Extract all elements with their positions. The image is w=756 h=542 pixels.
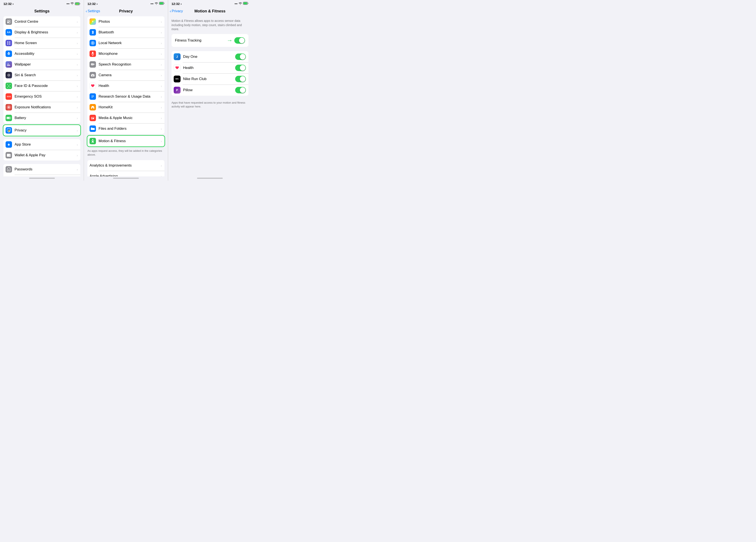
settings-item-app-store[interactable]: App Store › xyxy=(3,139,80,150)
privacy-item-motion[interactable]: Motion & Fitness › xyxy=(87,136,164,147)
nav-bar-left: Settings xyxy=(0,7,84,16)
nike-toggle[interactable] xyxy=(235,76,246,82)
emergency-icon: SOS xyxy=(6,93,12,100)
chevron-icon: › xyxy=(77,143,78,147)
settings-item-siri[interactable]: Siri & Search › xyxy=(3,70,80,81)
photos-label: Photos xyxy=(99,19,161,24)
local-network-icon xyxy=(90,40,96,46)
chevron-icon: › xyxy=(77,154,78,157)
speech-label: Speech Recognition xyxy=(99,62,161,67)
svg-rect-20 xyxy=(7,87,8,88)
settings-item-wallet[interactable]: Wallet & Apple Pay › xyxy=(3,150,80,161)
day-one-toggle[interactable] xyxy=(235,54,246,60)
wallpaper-label: Wallpaper xyxy=(15,62,77,67)
privacy-item-camera[interactable]: Camera › xyxy=(87,70,164,81)
svg-rect-8 xyxy=(7,42,8,43)
settings-item-exposure[interactable]: Exposure Notifications › xyxy=(3,102,80,113)
settings-item-passwords[interactable]: Passwords › xyxy=(3,164,80,175)
app-item-pillow[interactable]: P Pillow xyxy=(172,85,248,96)
wifi-icon-mid xyxy=(155,2,158,5)
chevron-icon: › xyxy=(77,73,78,77)
chevron-icon: › xyxy=(161,73,162,77)
app-item-nike[interactable]: NRC Nike Run Club xyxy=(172,73,248,85)
siri-icon xyxy=(6,72,12,78)
page-title-privacy: Privacy xyxy=(119,9,133,13)
chevron-icon: › xyxy=(77,52,78,56)
chevron-icon: › xyxy=(161,164,162,167)
media-label: Media & Apple Music xyxy=(99,116,161,120)
settings-item-battery[interactable]: Battery › xyxy=(3,113,80,123)
app-item-health[interactable]: Health xyxy=(172,62,248,73)
signal-icon-mid: ▪▪▪ xyxy=(151,2,154,5)
privacy-item-photos[interactable]: Photos › xyxy=(87,16,164,27)
privacy-item-files[interactable]: Files and Folders › xyxy=(87,123,164,134)
health-app-icon xyxy=(174,64,181,71)
svg-point-51 xyxy=(93,75,93,76)
svg-point-4 xyxy=(7,20,9,22)
settings-item-wallpaper[interactable]: Wallpaper › xyxy=(3,59,80,70)
chevron-icon: › xyxy=(161,63,162,66)
chevron-icon: › xyxy=(161,95,162,99)
back-button-settings[interactable]: ‹ Settings xyxy=(86,9,100,13)
app-item-day-one[interactable]: J Day One xyxy=(172,51,248,62)
homekit-label: HomeKit xyxy=(99,105,161,109)
status-bar-right: 12:32 › ▪▪▪ xyxy=(168,0,252,7)
settings-item-home-screen[interactable]: Home Screen › xyxy=(3,38,80,48)
privacy-item-analytics[interactable]: Analytics & Improvements › xyxy=(87,160,164,171)
back-label-privacy: Privacy xyxy=(172,9,183,13)
nav-bar-right: ‹ Privacy Motion & Fitness xyxy=(168,7,252,16)
settings-item-privacy[interactable]: ✋ Privacy › xyxy=(3,125,80,136)
svg-rect-19 xyxy=(10,84,10,85)
svg-point-35 xyxy=(8,170,9,170)
privacy-item-microphone[interactable]: Microphone › xyxy=(87,48,164,59)
face-id-label: Face ID & Passcode xyxy=(15,84,77,88)
svg-point-5 xyxy=(9,20,10,22)
motion-footer-note: Apps that have requested access to your … xyxy=(168,99,252,112)
privacy-item-local-network[interactable]: Local Network › xyxy=(87,38,164,48)
svg-text:✋: ✋ xyxy=(8,129,11,132)
settings-list-bottom: App Store › Wallet & Apple Pay › xyxy=(3,139,80,161)
privacy-scroll[interactable]: Photos › Bluetooth › xyxy=(84,16,168,176)
home-screen-label: Home Screen xyxy=(15,41,77,45)
settings-item-mail[interactable]: Mail › xyxy=(3,175,80,176)
settings-item-display[interactable]: AA Display & Brightness › xyxy=(3,27,80,38)
privacy-item-advertising[interactable]: Apple Advertising › xyxy=(87,171,164,176)
microphone-label: Microphone xyxy=(99,52,161,56)
svg-rect-30 xyxy=(7,117,10,119)
svg-point-41 xyxy=(92,42,93,44)
privacy-icon: ✋ xyxy=(6,127,12,134)
svg-rect-58 xyxy=(244,2,247,4)
chevron-icon: › xyxy=(77,20,78,24)
page-title-motion: Motion & Fitness xyxy=(194,9,226,13)
privacy-list: Photos › Bluetooth › xyxy=(87,16,164,134)
motion-scroll[interactable]: Motion & Fitness allows apps to access s… xyxy=(168,16,252,176)
status-icons-middle: ▪▪▪ xyxy=(151,2,164,5)
chevron-icon: › xyxy=(161,52,162,56)
motion-fitness-highlight: Motion & Fitness › xyxy=(87,136,164,147)
privacy-item-bluetooth[interactable]: Bluetooth › xyxy=(87,27,164,38)
privacy-item-research[interactable]: Research Sensor & Usage Data › xyxy=(87,91,164,102)
settings-scroll[interactable]: Control Centre › AA Display & Brightness… xyxy=(0,16,84,176)
back-button-privacy[interactable]: ‹ Privacy xyxy=(170,9,183,13)
camera-icon xyxy=(90,72,96,78)
pillow-toggle[interactable] xyxy=(235,87,246,93)
settings-item-face-id[interactable]: Face ID & Passcode › xyxy=(3,81,80,91)
fitness-tracking-toggle[interactable] xyxy=(234,37,245,44)
home-indicator-right xyxy=(168,176,252,181)
health-toggle[interactable] xyxy=(235,65,246,71)
svg-rect-38 xyxy=(164,3,164,4)
nike-label: Nike Run Club xyxy=(183,77,235,81)
privacy-item-speech[interactable]: Speech Recognition › xyxy=(87,59,164,70)
exposure-label: Exposure Notifications xyxy=(15,105,77,109)
privacy-item-homekit[interactable]: HomeKit › xyxy=(87,102,164,113)
status-bar-left: 12:32 › ▪▪▪ ⚡ xyxy=(0,0,84,7)
privacy-item-media[interactable]: Media & Apple Music › xyxy=(87,113,164,123)
settings-item-emergency[interactable]: SOS Emergency SOS › xyxy=(3,91,80,102)
home-bar-right xyxy=(197,178,223,179)
photos-icon xyxy=(90,18,96,25)
privacy-item-health[interactable]: Health › xyxy=(87,81,164,91)
settings-item-accessibility[interactable]: Accessibility › xyxy=(3,48,80,59)
microphone-icon xyxy=(90,51,96,57)
time-right: 12:32 › xyxy=(172,2,182,6)
settings-item-control-centre[interactable]: Control Centre › xyxy=(3,16,80,27)
